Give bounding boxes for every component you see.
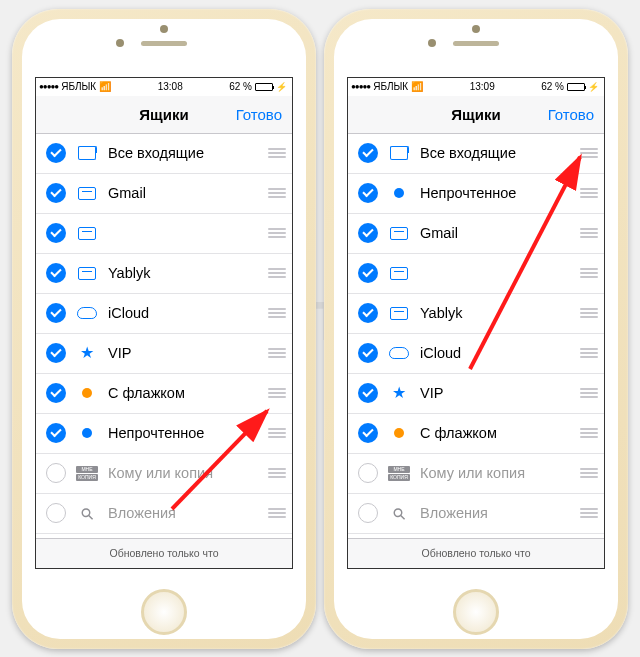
reorder-handle[interactable] xyxy=(580,308,598,318)
reorder-handle[interactable] xyxy=(268,348,286,358)
mailbox-label: Непрочтенное xyxy=(108,425,258,441)
mailbox-row[interactable] xyxy=(36,214,292,254)
checkbox[interactable] xyxy=(46,423,66,443)
checkbox[interactable] xyxy=(46,343,66,363)
reorder-handle[interactable] xyxy=(580,388,598,398)
checkbox[interactable] xyxy=(46,383,66,403)
reorder-handle[interactable] xyxy=(580,268,598,278)
inbox-icon xyxy=(390,146,408,160)
mailbox-row[interactable] xyxy=(348,254,604,294)
unread-dot-icon xyxy=(82,428,92,438)
mailbox-label: iCloud xyxy=(420,345,570,361)
checkbox[interactable] xyxy=(358,303,378,323)
mailbox-row[interactable]: iCloud xyxy=(348,334,604,374)
mailbox-row[interactable]: ★VIP xyxy=(36,334,292,374)
home-button[interactable] xyxy=(453,589,499,635)
mailbox-label: С флажком xyxy=(108,385,258,401)
battery-icon xyxy=(567,83,585,91)
charging-icon: ⚡ xyxy=(588,82,599,92)
checkbox[interactable] xyxy=(358,183,378,203)
navbar: Ящики Готово xyxy=(36,96,292,134)
mailbox-label: Yablyk xyxy=(420,305,570,321)
checkbox[interactable] xyxy=(46,223,66,243)
checkbox[interactable] xyxy=(358,503,378,523)
done-button[interactable]: Готово xyxy=(548,106,594,123)
reorder-handle[interactable] xyxy=(268,508,286,518)
mailbox-row[interactable]: Все входящие xyxy=(348,134,604,174)
mailbox-row[interactable]: С флажком xyxy=(36,374,292,414)
mailbox-label: iCloud xyxy=(108,305,258,321)
footer-status: Обновлено только что xyxy=(348,538,604,568)
checkbox[interactable] xyxy=(46,183,66,203)
reorder-handle[interactable] xyxy=(580,348,598,358)
mailbox-row[interactable]: Gmail xyxy=(348,214,604,254)
mailbox-label: Все входящие xyxy=(108,145,258,161)
mailbox-row[interactable]: Gmail xyxy=(36,174,292,214)
reorder-handle[interactable] xyxy=(268,148,286,158)
star-icon: ★ xyxy=(80,345,94,361)
checkbox[interactable] xyxy=(358,263,378,283)
checkbox[interactable] xyxy=(358,463,378,483)
reorder-handle[interactable] xyxy=(268,308,286,318)
mailbox-list[interactable]: Все входящиеGmailYablykiCloud★VIPС флажк… xyxy=(36,134,292,538)
mailbox-label: Yablyk xyxy=(108,265,258,281)
mailbox-label: С флажком xyxy=(420,425,570,441)
tray-icon xyxy=(390,267,408,280)
phone-right: ●●●●●ЯБЛЫК📶 13:09 62 %⚡ Ящики Готово Все… xyxy=(324,9,628,649)
home-button[interactable] xyxy=(141,589,187,635)
reorder-handle[interactable] xyxy=(268,188,286,198)
reorder-handle[interactable] xyxy=(268,228,286,238)
to-cc-badge-icon: МНЕКОПИЯ xyxy=(76,466,98,481)
done-button[interactable]: Готово xyxy=(236,106,282,123)
reorder-handle[interactable] xyxy=(580,428,598,438)
charging-icon: ⚡ xyxy=(276,82,287,92)
reorder-handle[interactable] xyxy=(580,188,598,198)
mailbox-row[interactable]: ⚲Вложения xyxy=(36,494,292,534)
mailbox-row[interactable]: Yablyk xyxy=(36,254,292,294)
phone-left: ●●●●●ЯБЛЫК📶 13:08 62 %⚡ Ящики Готово Все… xyxy=(12,9,316,649)
mailbox-label: Кому или копия xyxy=(108,465,258,481)
reorder-handle[interactable] xyxy=(268,468,286,478)
mailbox-label: Вложения xyxy=(108,505,258,521)
mailbox-label: Кому или копия xyxy=(420,465,570,481)
checkbox[interactable] xyxy=(358,383,378,403)
mailbox-row[interactable]: МНЕКОПИЯКому или копия xyxy=(348,454,604,494)
mailbox-label: Gmail xyxy=(420,225,570,241)
mailbox-label: VIP xyxy=(108,345,258,361)
checkbox[interactable] xyxy=(46,503,66,523)
reorder-handle[interactable] xyxy=(268,388,286,398)
unread-dot-icon xyxy=(394,188,404,198)
checkbox[interactable] xyxy=(358,343,378,363)
mailbox-row[interactable]: МНЕКОПИЯКому или копия xyxy=(36,454,292,494)
mailbox-row[interactable]: ★VIP xyxy=(348,374,604,414)
tray-icon xyxy=(78,187,96,200)
reorder-handle[interactable] xyxy=(268,268,286,278)
clock: 13:08 xyxy=(158,81,183,92)
checkbox[interactable] xyxy=(46,263,66,283)
cloud-icon xyxy=(389,347,409,359)
mailbox-row[interactable]: Непрочтенное xyxy=(36,414,292,454)
checkbox[interactable] xyxy=(358,423,378,443)
reorder-handle[interactable] xyxy=(580,508,598,518)
mailbox-row[interactable]: iCloud xyxy=(36,294,292,334)
reorder-handle[interactable] xyxy=(580,228,598,238)
checkbox[interactable] xyxy=(46,303,66,323)
mailbox-row[interactable]: Все входящие xyxy=(36,134,292,174)
reorder-handle[interactable] xyxy=(580,468,598,478)
checkbox[interactable] xyxy=(358,143,378,163)
mailbox-list[interactable]: Все входящиеНепрочтенноеGmailYablykiClou… xyxy=(348,134,604,538)
reorder-handle[interactable] xyxy=(580,148,598,158)
checkbox[interactable] xyxy=(46,143,66,163)
mailbox-row[interactable]: Yablyk xyxy=(348,294,604,334)
mailbox-row[interactable]: ⚲Вложения xyxy=(348,494,604,534)
tray-icon xyxy=(390,307,408,320)
mailbox-row[interactable]: Непрочтенное xyxy=(348,174,604,214)
page-title: Ящики xyxy=(139,106,188,123)
reorder-handle[interactable] xyxy=(268,428,286,438)
checkbox[interactable] xyxy=(358,223,378,243)
checkbox[interactable] xyxy=(46,463,66,483)
mailbox-label: Все входящие xyxy=(420,145,570,161)
flag-icon xyxy=(82,388,92,398)
to-cc-badge-icon: МНЕКОПИЯ xyxy=(388,466,410,481)
mailbox-row[interactable]: С флажком xyxy=(348,414,604,454)
